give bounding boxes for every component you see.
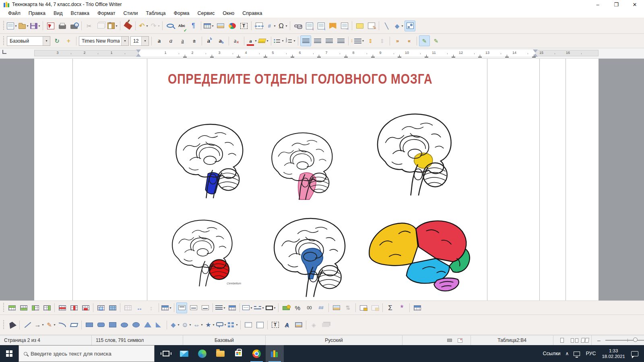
fontwork-button[interactable]: A	[281, 319, 292, 330]
align-left-button[interactable]	[300, 35, 311, 46]
insert-column-right-button[interactable]	[41, 302, 52, 313]
symbol-shapes-dropdown[interactable]: ▾	[189, 323, 191, 327]
square-button[interactable]	[107, 319, 118, 330]
horizontal-ruler[interactable]: 32112345678910111213141516	[0, 48, 644, 59]
bullet-list-button[interactable]: ▾	[273, 35, 284, 46]
number-format-button[interactable]: ##	[316, 302, 326, 313]
taskbar-search[interactable]: Введите здесь текст для поиска	[19, 345, 155, 362]
arrow-button[interactable]: →▾	[33, 319, 44, 330]
print-preview-button[interactable]	[68, 21, 79, 31]
notification-center[interactable]	[628, 345, 644, 362]
align-bottom-button[interactable]	[200, 302, 211, 313]
maximize-button[interactable]: ❐	[607, 0, 625, 9]
font-name-dropdown[interactable]: ▾	[121, 37, 128, 45]
insert-footnote-button[interactable]	[304, 21, 315, 31]
formatting-marks-button[interactable]: ¶	[188, 21, 199, 31]
basic-shapes-button[interactable]: ◆▾	[393, 21, 404, 31]
subscript-button[interactable]: a	[216, 35, 227, 46]
font-color-button[interactable]: a▾	[246, 35, 257, 46]
rounded-rectangle-button[interactable]	[95, 319, 106, 330]
increase-indent-button[interactable]: »	[392, 35, 403, 46]
insert-field-dropdown[interactable]: ▾	[274, 24, 275, 28]
right-triangle-button[interactable]	[154, 319, 165, 330]
document-page[interactable]: ОПРЕДЕЛИТЕ ОТДЕЛЫ ГОЛОВНОГО МОЗГА	[34, 59, 599, 300]
language-indicator[interactable]: РУС	[583, 345, 599, 362]
tab-stop[interactable]	[478, 56, 482, 58]
italic-button[interactable]: a	[165, 35, 176, 46]
text-frame-button[interactable]	[243, 319, 254, 330]
border-style-button[interactable]: ▾	[254, 302, 264, 313]
align-right-button[interactable]	[324, 35, 334, 46]
text-box-button[interactable]: T	[270, 319, 281, 330]
tray-chevron[interactable]: ∧	[564, 345, 571, 362]
task-view-button[interactable]	[157, 345, 175, 362]
border-color-dropdown[interactable]: ▾	[274, 306, 275, 310]
merge-cells-button[interactable]	[95, 302, 106, 313]
select-button[interactable]	[6, 319, 17, 330]
insert-bookmark-button[interactable]	[327, 21, 338, 31]
open-file-dropdown[interactable]: ▾	[27, 24, 28, 28]
taskbar-app-mail[interactable]	[175, 345, 193, 362]
table-style-button[interactable]	[227, 302, 237, 313]
bullet-list-dropdown[interactable]: ▾	[282, 39, 283, 43]
insert-field-button[interactable]: #▾	[265, 21, 276, 31]
cell-style-button[interactable]: ▾	[215, 302, 226, 313]
border-color-button[interactable]: ▾	[265, 302, 276, 313]
tab-stop[interactable]	[505, 56, 509, 58]
superscript-button[interactable]: a	[204, 35, 215, 46]
clone-formatting-button[interactable]	[122, 21, 133, 31]
zoom-slider[interactable]	[605, 340, 644, 341]
basic-shapes-dropdown[interactable]: ▾	[178, 323, 179, 327]
line-spacing-dropdown[interactable]: ▾	[362, 39, 364, 43]
export-pdf-button[interactable]	[45, 21, 56, 31]
insert-row-below-button[interactable]	[18, 302, 29, 313]
freeform-line-button[interactable]: ✎▾	[45, 319, 56, 330]
new-document-dropdown[interactable]: ▾	[15, 24, 17, 28]
menu-edit[interactable]: Правка	[25, 9, 50, 17]
column-width-button[interactable]: ↔	[134, 302, 145, 313]
sum-button[interactable]: Σ	[385, 302, 396, 313]
text-direction-ltr-button[interactable]: ✎	[419, 35, 430, 46]
minimize-button[interactable]: –	[588, 0, 607, 9]
menu-help[interactable]: Справка	[238, 9, 266, 17]
delete-table-button[interactable]	[80, 302, 91, 313]
start-button[interactable]	[0, 345, 19, 362]
close-button[interactable]: ✕	[625, 0, 644, 9]
cell-style-dropdown[interactable]: ▾	[223, 306, 225, 310]
block-arrows-dropdown[interactable]: ▾	[201, 323, 202, 327]
menu-insert[interactable]: Вставка	[67, 9, 93, 17]
font-size-dropdown[interactable]: ▾	[141, 37, 149, 45]
menu-form[interactable]: Форма	[170, 9, 194, 17]
insert-table-button[interactable]: ▾	[203, 21, 214, 31]
font-name-combo[interactable]: Times New Roman▾	[79, 36, 129, 46]
isosceles-triangle-button[interactable]	[142, 319, 153, 330]
save-button[interactable]: ▾	[30, 21, 41, 31]
polygon-button[interactable]	[68, 319, 79, 330]
borders-button[interactable]: ▾	[242, 302, 253, 313]
curve-button[interactable]	[57, 319, 68, 330]
insert-chart-button[interactable]	[227, 21, 237, 31]
split-cells-button[interactable]	[107, 302, 118, 313]
find-replace-button[interactable]	[165, 21, 175, 31]
tab-stop[interactable]	[371, 56, 375, 58]
status-word-count[interactable]: 115 слов, 791 символ	[92, 335, 183, 345]
taskbar-app-trio-office[interactable]	[266, 345, 284, 362]
taskbar-app-edge[interactable]	[193, 345, 211, 362]
delete-column-button[interactable]	[68, 302, 79, 313]
paste-button[interactable]: ▾	[107, 21, 118, 31]
tab-stop[interactable]	[264, 56, 267, 58]
table-properties-button[interactable]	[412, 302, 423, 313]
taskbar-app-store[interactable]	[229, 345, 248, 362]
clear-formatting-button[interactable]: a	[231, 35, 242, 46]
tab-stop[interactable]	[210, 56, 214, 58]
stars-banners-button[interactable]: ★▾	[204, 319, 215, 330]
open-file-button[interactable]: ▾	[18, 21, 29, 31]
bold-button[interactable]: a	[154, 35, 165, 46]
add-decimal-place-button[interactable]: 00	[304, 302, 315, 313]
taskbar-app-file-explorer[interactable]	[211, 345, 229, 362]
print-button[interactable]	[57, 21, 68, 31]
basic-shapes-button[interactable]: ◆▾	[169, 319, 180, 330]
tab-stop[interactable]	[183, 56, 187, 58]
callouts-dropdown[interactable]: ▾	[224, 323, 226, 327]
tab-stop[interactable]	[237, 56, 240, 58]
